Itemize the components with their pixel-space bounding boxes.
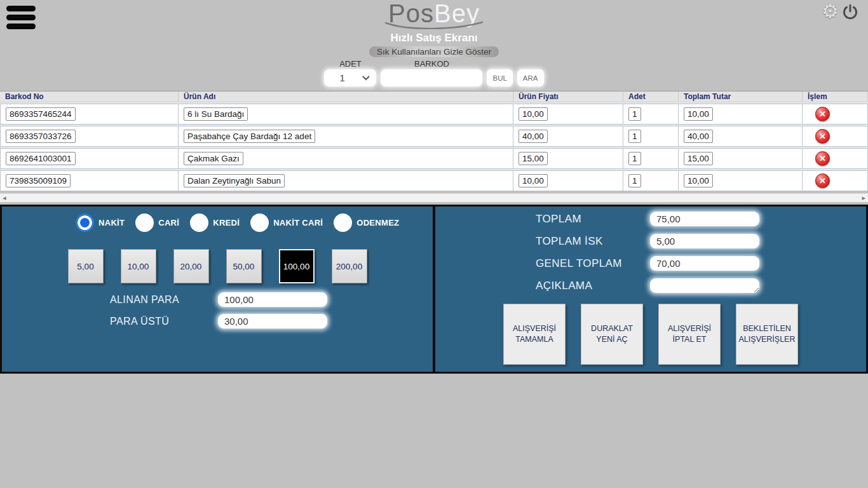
denomination-200-button[interactable]: 200,00 [332, 249, 367, 283]
product-name-cell-input[interactable]: 6 lı Su Bardağı [184, 107, 248, 121]
qty-cell-input[interactable]: 1 [628, 174, 641, 187]
barcode-label: BARKOD [414, 59, 449, 69]
summary-panel: TOPLAM TOPLAM İSK GENEL TOPLAM AÇIKLAMA [434, 205, 868, 374]
posbey-logo: PosBey [0, 0, 868, 27]
description-label: AÇIKLAMA [536, 280, 650, 292]
column-header-barcode: Barkod No [0, 92, 179, 102]
scroll-left-arrow-icon[interactable]: ◂ [3, 194, 6, 201]
barcode-cell-input[interactable]: 8693357465244 [6, 107, 76, 121]
page-title: Hızlı Satış Ekranı [0, 32, 868, 44]
horizontal-scrollbar[interactable]: ◂ ▸ [0, 193, 868, 203]
description-textarea[interactable] [650, 278, 759, 293]
payment-methods: NAKİT CARİ KREDİ NAKİT CARİ ODENMEZ [76, 214, 433, 232]
method-label: ODENMEZ [356, 218, 399, 227]
payment-method-cari[interactable]: CARİ [135, 214, 179, 232]
total-cell-input[interactable]: 40,00 [684, 130, 713, 143]
price-cell-input[interactable]: 15,00 [519, 152, 548, 165]
find-button[interactable]: BUL [487, 69, 512, 86]
total-input[interactable] [650, 212, 759, 226]
method-label: NAKİT [98, 218, 125, 227]
total-discount-input[interactable] [650, 234, 759, 248]
cancel-sale-button[interactable]: ALIŞVERİŞİ İPTAL ET [658, 304, 721, 365]
delete-row-button[interactable]: ✕ [815, 107, 830, 121]
price-cell-input[interactable]: 10,00 [519, 107, 548, 121]
barcode-cell-input[interactable]: 8692641003001 [6, 152, 76, 165]
qty-cell-input[interactable]: 1 [628, 152, 641, 165]
total-discount-label: TOPLAM İSK [536, 235, 650, 248]
received-money-label: ALINAN PARA [110, 294, 218, 306]
denomination-5-button[interactable]: 5,00 [68, 249, 104, 283]
column-header-price: Ürün Fiyatı [513, 92, 623, 102]
payment-method-nakit[interactable]: NAKİT [76, 214, 125, 232]
pos-screen: ⚙ PosBey Hızlı Satış Ekranı Sık Kullanıl… [0, 0, 868, 488]
quantity-label: ADET [339, 59, 362, 69]
radio-icon [250, 214, 269, 232]
payment-method-kredi[interactable]: KREDİ [190, 214, 240, 232]
delete-row-button[interactable]: ✕ [815, 173, 830, 188]
total-cell-input[interactable]: 15,00 [684, 152, 713, 165]
action-buttons: ALIŞVERİŞİ TAMAMLA DURAKLAT YENİ AÇ ALIŞ… [435, 304, 866, 365]
product-name-cell-input[interactable]: Çakmak Gazı [184, 152, 243, 165]
denomination-50-button[interactable]: 50,00 [226, 249, 262, 283]
price-cell-input[interactable]: 10,00 [519, 174, 548, 187]
grand-total-label: GENEL TOPLAM [536, 257, 650, 270]
payment-method-odenmez[interactable]: ODENMEZ [334, 214, 399, 232]
chevron-down-icon [362, 76, 370, 81]
received-money-row: ALINAN PARA [110, 292, 433, 307]
pause-open-new-button[interactable]: DURAKLAT YENİ AÇ [581, 304, 643, 365]
search-button[interactable]: ARA [517, 69, 544, 86]
grand-total-input[interactable] [650, 256, 759, 271]
table-row: 8693357465244 6 lı Su Bardağı 10,00 1 10… [0, 104, 868, 125]
product-name-cell-input[interactable]: Dalan Zeytinyağlı Sabun [184, 174, 285, 187]
payment-method-nakit-cari[interactable]: NAKİT CARİ [250, 214, 323, 232]
scroll-right-arrow-icon[interactable]: ▸ [862, 194, 865, 201]
barcode-cell-input[interactable]: 8693357033726 [6, 130, 76, 143]
summary-rows: TOPLAM TOPLAM İSK GENEL TOPLAM AÇIKLAMA [435, 212, 866, 293]
grand-total-row: GENEL TOPLAM [536, 256, 866, 271]
total-cell-input[interactable]: 10,00 [684, 174, 713, 187]
column-header-product: Ürün Adı [179, 92, 513, 102]
barcode-cell-input[interactable]: 739835009109 [6, 174, 71, 187]
complete-sale-button[interactable]: ALIŞVERİŞİ TAMAMLA [503, 304, 566, 365]
logo-part-2: Bey [434, 0, 480, 27]
change-label: PARA ÜSTÜ [110, 316, 218, 327]
barcode-search-row: ADET 1 BARKOD BUL ARA [0, 59, 868, 86]
favorites-toggle-button[interactable]: Sık Kullanılanları Gizle Göster [369, 46, 499, 57]
table-row: 739835009109 Dalan Zeytinyağlı Sabun 10,… [0, 170, 868, 191]
description-row: AÇIKLAMA [536, 278, 866, 293]
total-discount-row: TOPLAM İSK [536, 234, 866, 248]
payment-panel: NAKİT CARİ KREDİ NAKİT CARİ ODENMEZ [0, 205, 434, 374]
held-sales-button[interactable]: BEKLETİLEN ALIŞVERİŞLER [736, 304, 798, 365]
change-row: PARA ÜSTÜ [110, 314, 433, 329]
brand-block: PosBey Hızlı Satış Ekranı Sık Kullanılan… [0, 0, 868, 57]
radio-icon [334, 214, 352, 232]
table-row: 8693357033726 Paşabahçe Çay Bardağı 12 a… [0, 126, 868, 147]
total-label: TOPLAM [536, 213, 650, 226]
denomination-20-button[interactable]: 20,00 [173, 249, 209, 283]
logo-part-1: Pos [388, 0, 434, 27]
qty-cell-input[interactable]: 1 [628, 130, 641, 143]
method-label: KREDİ [213, 218, 240, 227]
received-money-input[interactable] [218, 292, 327, 307]
table-row: 8692641003001 Çakmak Gazı 15,00 1 15,00 … [0, 148, 868, 169]
column-header-qty: Adet [623, 92, 679, 102]
denomination-100-button[interactable]: 100,00 [279, 249, 315, 283]
method-label: NAKİT CARİ [273, 218, 323, 227]
barcode-input[interactable] [381, 69, 482, 86]
column-header-total: Toplam Tutar [679, 92, 803, 102]
total-row: TOPLAM [536, 212, 866, 226]
method-label: CARİ [158, 218, 179, 227]
quantity-select[interactable]: 1 [324, 69, 376, 86]
radio-selected-icon [76, 214, 94, 232]
denomination-10-button[interactable]: 10,00 [121, 249, 156, 283]
change-input[interactable] [218, 314, 327, 329]
table-header-row: Barkod No Ürün Adı Ürün Fiyatı Adet Topl… [0, 91, 868, 102]
payment-area: NAKİT CARİ KREDİ NAKİT CARİ ODENMEZ [0, 205, 868, 374]
delete-row-button[interactable]: ✕ [815, 151, 830, 166]
delete-row-button[interactable]: ✕ [815, 129, 830, 144]
total-cell-input[interactable]: 10,00 [684, 107, 713, 121]
qty-cell-input[interactable]: 1 [628, 107, 641, 121]
price-cell-input[interactable]: 40,00 [519, 130, 548, 143]
product-name-cell-input[interactable]: Paşabahçe Çay Bardağı 12 adet [184, 130, 315, 143]
column-header-action: İşlem [803, 92, 868, 102]
